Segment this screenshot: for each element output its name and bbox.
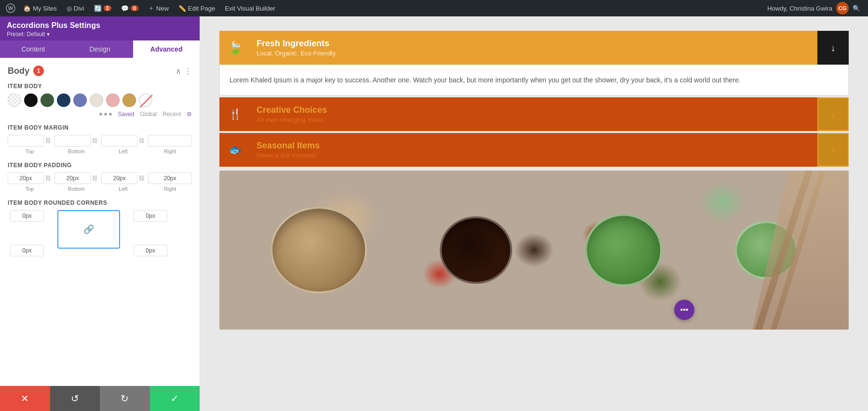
accordion-header-3[interactable]: 🐟 Seasonal Items Never a dull moment! ↓ xyxy=(219,133,849,167)
recent-label[interactable]: Recent xyxy=(163,111,181,118)
options-icon[interactable]: ⋮ xyxy=(184,66,192,76)
collapse-icon[interactable]: ∧ xyxy=(176,66,181,76)
comments-menu[interactable]: 💬 0 xyxy=(117,0,142,16)
accordion-subtitle-3: Never a dull moment! xyxy=(257,152,812,159)
transparent-swatch[interactable] xyxy=(8,93,21,107)
accordion-item-2: 🍴 Creative Choices An ever-changing menu… xyxy=(219,97,849,131)
user-greeting: Howdy, Christina Gwira CG 🔍 xyxy=(767,2,864,14)
redo-button[interactable]: ↻ xyxy=(100,386,150,411)
section-header: Body 1 ∧ ⋮ xyxy=(8,66,192,76)
margin-right-input[interactable] xyxy=(148,135,192,146)
dark-blue-swatch[interactable] xyxy=(57,93,70,107)
save-button[interactable]: ✓ xyxy=(150,386,200,411)
margin-top-label: Top xyxy=(8,148,52,154)
medium-blue-swatch[interactable] xyxy=(73,93,87,107)
tab-design[interactable]: Design xyxy=(67,40,133,58)
avatar: CG xyxy=(836,2,849,14)
accordion-header-1[interactable]: 🍃 Fresh Ingredients Local. Organic. Eco-… xyxy=(219,31,849,65)
padding-top-input[interactable] xyxy=(8,172,44,184)
item-body-label: Item Body xyxy=(8,83,192,90)
section-title: Body xyxy=(8,66,29,76)
svg-text:W: W xyxy=(8,5,14,11)
sidebar-tabs: Content Design Advanced xyxy=(0,40,200,58)
dark-green-swatch[interactable] xyxy=(41,93,54,107)
item-body-margin: Item Body Margin ⛓ ⛓ xyxy=(8,124,192,154)
new-label: New xyxy=(156,5,169,12)
accordion-subtitle-2: An ever-changing menu xyxy=(257,116,812,123)
margin-bottom-input[interactable] xyxy=(54,135,91,146)
cancel-button[interactable]: ✕ xyxy=(0,386,50,411)
gold-swatch[interactable] xyxy=(122,93,136,107)
padding-link-top[interactable]: ⛓ xyxy=(45,175,51,182)
accordion-toggle-3[interactable]: ↓ xyxy=(817,133,849,167)
padding-left-input[interactable] xyxy=(101,172,137,184)
tab-content[interactable]: Content xyxy=(0,40,67,58)
margin-left-input[interactable] xyxy=(101,135,137,146)
updates-menu[interactable]: 🔄 3 xyxy=(90,0,115,16)
divi-menu[interactable]: ◎ Divi xyxy=(63,0,88,16)
accordion-toggle-1[interactable]: ↓ xyxy=(817,31,849,65)
padding-left-label: Left xyxy=(101,186,145,192)
margin-top-input[interactable] xyxy=(8,135,44,146)
black-swatch[interactable] xyxy=(24,93,38,107)
item-body-padding: Item Body Padding ⛓ ⛓ xyxy=(8,162,192,192)
undo-button[interactable]: ↺ xyxy=(50,386,100,411)
corner-tr-input[interactable] xyxy=(134,210,167,222)
my-sites-menu[interactable]: 🏠 My Sites xyxy=(19,0,61,16)
padding-label: Item Body Padding xyxy=(8,162,192,169)
accordion-icon-3: 🐟 xyxy=(219,133,251,167)
light-swatch[interactable] xyxy=(90,93,103,107)
accordion-text-3: Seasonal Items Never a dull moment! xyxy=(251,133,817,167)
accordion-icon-2: 🍴 xyxy=(219,97,251,131)
chevron-down-icon: ▾ xyxy=(47,31,50,38)
more-swatches-dots[interactable] xyxy=(99,113,112,116)
content-area: 🍃 Fresh Ingredients Local. Organic. Eco-… xyxy=(200,16,868,411)
margin-left-label: Left xyxy=(101,148,145,154)
padding-top-label: Top xyxy=(8,186,52,192)
food-image: ••• xyxy=(219,171,849,330)
accordion-title-2: Creative Choices xyxy=(257,105,812,115)
color-swatches xyxy=(8,93,192,107)
corner-bl-input[interactable] xyxy=(10,245,44,256)
tab-advanced[interactable]: Advanced xyxy=(133,40,200,58)
preset-selector[interactable]: Preset: Default ▾ xyxy=(7,31,193,38)
edit-icon: ✏️ xyxy=(178,5,186,12)
padding-bottom-label: Bottom xyxy=(54,186,98,192)
corner-br-input[interactable] xyxy=(134,245,167,256)
corner-preview: 🔗 xyxy=(57,210,120,249)
margin-link-left[interactable]: ⛓ xyxy=(139,137,145,144)
pink-swatch[interactable] xyxy=(106,93,120,107)
divi-label: Divi xyxy=(74,5,84,12)
link-icon[interactable]: 🔗 xyxy=(83,224,94,235)
wp-logo[interactable]: W xyxy=(4,1,17,15)
accordion-header-2[interactable]: 🍴 Creative Choices An ever-changing menu… xyxy=(219,97,849,131)
new-menu[interactable]: ＋ New xyxy=(144,0,173,16)
edit-page-button[interactable]: ✏️ Edit Page xyxy=(175,0,219,16)
no-color-swatch[interactable] xyxy=(139,93,152,107)
padding-right-input[interactable] xyxy=(148,172,192,184)
margin-link-top[interactable]: ⛓ xyxy=(45,137,51,144)
sidebar-header: Accordions Plus Settings Preset: Default… xyxy=(0,16,200,40)
accordion-item-3: 🐟 Seasonal Items Never a dull moment! ↓ xyxy=(219,133,849,167)
fab-icon: ••• xyxy=(680,305,689,314)
exit-label: Exit Visual Builder xyxy=(225,5,275,12)
comments-icon: 💬 xyxy=(121,5,129,12)
accordion-text-2: Creative Choices An ever-changing menu xyxy=(251,97,817,131)
margin-link-bottom[interactable]: ⛓ xyxy=(92,137,98,144)
padding-right-label: Right xyxy=(148,186,192,192)
section-controls: ∧ ⋮ xyxy=(176,66,192,76)
saved-label[interactable]: Saved xyxy=(118,111,134,118)
padding-link-left[interactable]: ⛓ xyxy=(139,175,145,182)
accordion-body-text-1: Lorem Khaled Ipsum is a major key to suc… xyxy=(230,75,839,85)
global-label[interactable]: Global xyxy=(140,111,157,118)
search-icon[interactable]: 🔍 xyxy=(853,5,860,12)
sidebar: Accordions Plus Settings Preset: Default… xyxy=(0,16,200,411)
padding-link-bottom[interactable]: ⛓ xyxy=(92,175,98,182)
exit-builder-button[interactable]: Exit Visual Builder xyxy=(221,0,279,16)
gear-icon[interactable]: ⚙ xyxy=(187,111,192,118)
padding-bottom-input[interactable] xyxy=(54,172,91,184)
sidebar-body: Body 1 ∧ ⋮ Item Body xyxy=(0,58,200,386)
corner-tl-input[interactable] xyxy=(10,210,44,222)
accordion-toggle-2[interactable]: ↓ xyxy=(817,97,849,131)
updates-badge: 3 xyxy=(104,5,111,11)
